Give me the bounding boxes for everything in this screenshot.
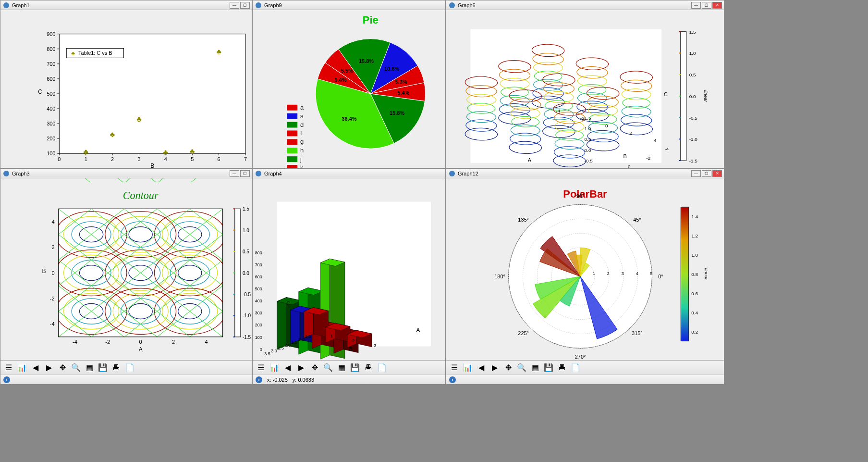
toolbar-graph3: ☰ 📊 ◀ ▶ ✥ 🔍 ▦ 💾 🖶 📄 xyxy=(0,360,252,375)
copy-icon[interactable]: 📄 xyxy=(377,362,387,373)
svg-text:k: k xyxy=(300,164,304,168)
minimize-button[interactable]: — xyxy=(230,2,239,9)
save-icon[interactable]: 💾 xyxy=(98,362,108,373)
plot-graph1[interactable]: 01234567100200300400500600700800900BC♣♣♣… xyxy=(0,10,252,168)
svg-text:s: s xyxy=(300,112,303,120)
minimize-button[interactable]: — xyxy=(230,170,239,177)
move-icon[interactable]: ✥ xyxy=(503,362,513,373)
svg-point-47 xyxy=(256,2,261,8)
svg-text:225°: 225° xyxy=(518,330,529,336)
save-icon[interactable]: 💾 xyxy=(350,362,360,373)
subplot-icon[interactable]: ▦ xyxy=(84,362,95,373)
svg-text:600: 600 xyxy=(47,76,55,82)
titlebar-graph3[interactable]: Graph3 — ▢ xyxy=(0,169,252,178)
save-icon[interactable]: 💾 xyxy=(543,362,554,373)
titlebar-graph6[interactable]: Graph6 — ▢ ✕ xyxy=(446,0,724,10)
svg-text:500: 500 xyxy=(255,287,262,291)
svg-text:0.4: 0.4 xyxy=(691,310,698,315)
copy-icon[interactable]: 📄 xyxy=(124,362,135,373)
svg-text:-4: -4 xyxy=(556,108,560,113)
svg-point-252 xyxy=(449,171,455,176)
svg-marker-203 xyxy=(277,297,287,350)
svg-text:2: 2 xyxy=(172,339,175,345)
svg-text:0.2: 0.2 xyxy=(691,329,698,335)
chart-icon[interactable]: 📊 xyxy=(17,362,27,373)
minimize-button[interactable]: — xyxy=(691,2,701,9)
svg-text:1: 1 xyxy=(330,334,333,338)
svg-text:linear: linear xyxy=(704,268,709,280)
print-icon[interactable]: 🖶 xyxy=(557,362,567,373)
svg-text:-1.5: -1.5 xyxy=(689,158,698,163)
maximize-button[interactable]: ▢ xyxy=(240,170,250,177)
back-icon[interactable]: ◀ xyxy=(476,362,487,373)
plot-graph12[interactable]: PolarBar123450°45°90°135°180°225°270°315… xyxy=(446,178,724,360)
svg-text:1.4: 1.4 xyxy=(691,214,698,219)
zoom-icon[interactable]: 🔍 xyxy=(516,362,527,373)
titlebar-graph9[interactable]: Graph9 xyxy=(253,0,445,10)
svg-text:C: C xyxy=(38,88,42,95)
svg-text:♣: ♣ xyxy=(110,130,115,138)
subplot-icon[interactable]: ▦ xyxy=(336,362,347,373)
chart-icon[interactable]: 📊 xyxy=(463,362,473,373)
svg-text:800: 800 xyxy=(47,46,55,52)
maximize-button[interactable]: ▢ xyxy=(240,2,250,9)
print-icon[interactable]: 🖶 xyxy=(111,362,122,373)
panel-graph3: Graph3 — ▢ ContourContour-4-2024-4-2024A… xyxy=(0,168,252,385)
titlebar-graph4[interactable]: Graph4 xyxy=(253,169,445,178)
subplot-icon[interactable]: ▦ xyxy=(530,362,540,373)
info-icon[interactable]: i xyxy=(256,376,262,383)
move-icon[interactable]: ✥ xyxy=(309,362,320,373)
svg-text:3.0: 3.0 xyxy=(271,349,277,353)
zoom-icon[interactable]: 🔍 xyxy=(71,362,81,373)
svg-text:0: 0 xyxy=(139,339,142,345)
svg-text:4: 4 xyxy=(636,271,638,276)
maximize-button[interactable]: ▢ xyxy=(702,2,711,9)
plot-graph4[interactable]: 01002003004005006007008000.51.01.52.02.5… xyxy=(253,178,445,360)
menu-icon[interactable]: ☰ xyxy=(449,362,460,373)
copy-icon[interactable]: 📄 xyxy=(570,362,581,373)
svg-text:-4: -4 xyxy=(73,339,77,345)
forward-icon[interactable]: ▶ xyxy=(44,362,54,373)
svg-rect-95 xyxy=(681,32,686,161)
svg-text:Contour: Contour xyxy=(123,189,159,201)
move-icon[interactable]: ✥ xyxy=(57,362,68,373)
svg-text:-2: -2 xyxy=(646,155,650,161)
svg-text:-4: -4 xyxy=(50,321,55,327)
svg-rect-273 xyxy=(681,207,688,341)
svg-text:0.6: 0.6 xyxy=(691,291,698,296)
plot-graph9[interactable]: Pie5.4%5.5%15.8%10.6%5.3%5.4%15.8%36.4%a… xyxy=(253,10,445,168)
info-icon[interactable]: i xyxy=(449,376,456,383)
coord-y: y: 0.0633 xyxy=(293,377,314,383)
back-icon[interactable]: ◀ xyxy=(30,362,41,373)
svg-text:2: 2 xyxy=(629,130,632,136)
title-text: Graph12 xyxy=(458,171,478,176)
plot-graph6[interactable]: -4-2024-4-2024-1.5-1.0-0.50.00.51.01.5AB… xyxy=(446,10,724,168)
svg-text:1.5: 1.5 xyxy=(689,29,696,35)
minimize-button[interactable]: — xyxy=(691,170,701,177)
svg-text:♣: ♣ xyxy=(163,148,168,156)
forward-icon[interactable]: ▶ xyxy=(296,362,306,373)
print-icon[interactable]: 🖶 xyxy=(363,362,374,373)
maximize-button[interactable]: ▢ xyxy=(702,170,711,177)
chart-icon[interactable]: 📊 xyxy=(269,362,280,373)
back-icon[interactable]: ◀ xyxy=(282,362,293,373)
titlebar-graph1[interactable]: Graph1 — ▢ xyxy=(0,0,252,10)
close-button[interactable]: ✕ xyxy=(712,2,722,9)
menu-icon[interactable]: ☰ xyxy=(256,362,266,373)
titlebar-graph12[interactable]: Graph12 — ▢ ✕ xyxy=(446,169,724,178)
close-button[interactable]: ✕ xyxy=(712,170,722,177)
svg-text:1.0: 1.0 xyxy=(691,252,698,258)
status-graph12: i xyxy=(446,375,724,384)
svg-text:A: A xyxy=(416,327,420,333)
menu-icon[interactable]: ☰ xyxy=(3,362,14,373)
info-icon[interactable]: i xyxy=(3,376,10,383)
svg-rect-65 xyxy=(287,139,297,145)
svg-text:♣: ♣ xyxy=(71,50,75,57)
svg-text:15.8%: 15.8% xyxy=(359,58,374,64)
forward-icon[interactable]: ▶ xyxy=(489,362,500,373)
svg-text:0.5: 0.5 xyxy=(689,72,696,77)
svg-text:B: B xyxy=(150,162,154,168)
svg-text:270°: 270° xyxy=(575,354,586,360)
zoom-icon[interactable]: 🔍 xyxy=(323,362,333,373)
plot-graph3[interactable]: ContourContour-4-2024-4-2024AB-1.5-1.0-0… xyxy=(0,178,252,360)
